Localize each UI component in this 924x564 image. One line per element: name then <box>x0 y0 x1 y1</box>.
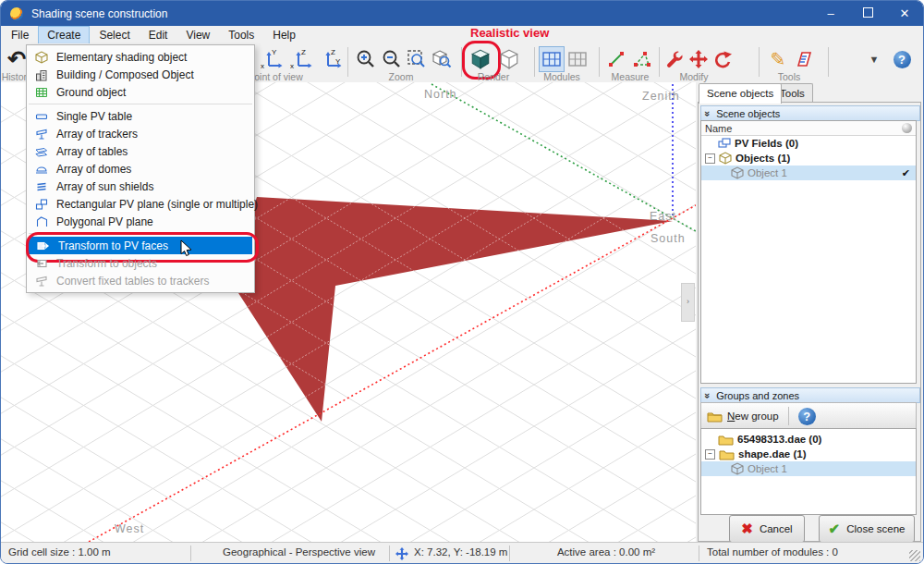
menu-select[interactable]: Select <box>91 27 138 43</box>
view-zy-button[interactable]: YZ <box>317 47 345 71</box>
folder-icon <box>719 448 735 460</box>
menu-tools[interactable]: Tools <box>220 27 262 43</box>
help-icon[interactable]: ? <box>798 408 816 425</box>
menu-item-transform-to-pv-faces[interactable]: Transform to PV faces <box>29 237 252 254</box>
close-button[interactable]: ✕ <box>886 1 923 26</box>
menu-item-ground-object[interactable]: Ground object <box>27 83 254 101</box>
coordinates-status: X: 7.32, Y: -18.19 m <box>414 546 507 558</box>
gold-cube-icon <box>27 51 56 64</box>
measure-distance-button[interactable] <box>604 47 628 71</box>
tree-row-objects[interactable]: − Objects (1) <box>701 151 916 166</box>
tree-row-pv-fields[interactable]: PV Fields (0) <box>701 136 916 151</box>
modules-show-button[interactable] <box>540 47 564 71</box>
collapse-expander-icon[interactable]: − <box>705 153 715 164</box>
svg-text:Y: Y <box>272 49 277 56</box>
tree-row-group-object-1[interactable]: Object 1 <box>701 461 916 476</box>
app-logo-icon <box>10 7 23 20</box>
menu-item-building-composed-object[interactable]: Building / Composed Object <box>27 66 254 83</box>
scene-objects-section-header[interactable]: » Scene objects <box>700 105 920 121</box>
scene-objects-tree: Name PV Fields (0) − Objects (1) Object <box>700 120 917 384</box>
app-window: Shading scene construction – ✕ File Crea… <box>0 0 924 564</box>
svg-text:x: x <box>261 62 264 69</box>
menu-item-single-pv-table[interactable]: Single PV table <box>27 107 254 125</box>
window-title: Shading scene construction <box>31 7 167 20</box>
zoom-out-icon <box>382 49 402 69</box>
menu-edit[interactable]: Edit <box>140 27 176 43</box>
menu-help[interactable]: Help <box>264 27 304 43</box>
collapse-expander-icon[interactable]: − <box>705 449 715 460</box>
toolbar-help-button[interactable]: ? <box>890 47 914 71</box>
menu-item-array-of-trackers[interactable]: Array of trackers <box>27 125 254 142</box>
render-wireframe-button[interactable] <box>497 47 521 71</box>
zoom-all-button[interactable] <box>430 47 454 71</box>
modify-rotate-button[interactable] <box>711 47 735 71</box>
view-xy-button[interactable]: xY <box>258 47 286 71</box>
tree-row-group-dae-1[interactable]: 65498313.dae (0) <box>701 432 916 447</box>
visible-check-icon[interactable]: ✔ <box>902 167 910 179</box>
measure-area-button[interactable] <box>630 47 654 71</box>
panel-content-box: » Scene objects Name PV Fields (0) − Obj… <box>698 102 921 542</box>
rotate-arrow-icon <box>712 50 733 68</box>
modules-hide-button[interactable] <box>565 47 590 71</box>
tools-shapes-button[interactable] <box>792 47 816 71</box>
zoom-in-button[interactable] <box>354 47 378 71</box>
cancel-button[interactable]: ✖ Cancel <box>729 515 805 543</box>
panel-collapse-handle[interactable]: › <box>681 283 695 322</box>
tree-column-header[interactable]: Name <box>701 121 916 136</box>
shapes-stack-icon <box>794 50 814 68</box>
menu-item-elementary-shading-object[interactable]: Elementary shading object <box>27 48 254 66</box>
transform-right-icon <box>29 239 58 252</box>
view-xz-button[interactable]: xZ <box>287 47 315 71</box>
new-group-button[interactable]: New group <box>701 411 779 423</box>
tools-draw-button[interactable]: ✎ <box>766 47 790 71</box>
chevron-down-icon: ▼ <box>869 54 880 65</box>
tab-scene-objects[interactable]: Scene objects <box>699 83 782 104</box>
modify-edit-button[interactable] <box>663 47 687 71</box>
menu-view[interactable]: View <box>177 27 218 43</box>
toolbar-overflow-button[interactable]: ▼ <box>865 47 883 71</box>
rect-pv-plane-icon <box>27 198 56 211</box>
tables-icon <box>27 145 56 158</box>
minimize-button[interactable]: – <box>812 1 849 26</box>
mouse-cursor <box>180 239 192 257</box>
tree-row-object-1[interactable]: Object 1 ✔ <box>701 166 916 180</box>
menu-item-polygonal-pv-plane[interactable]: Polygonal PV plane <box>27 213 254 230</box>
menu-file[interactable]: File <box>3 27 37 43</box>
svg-text:Z: Z <box>331 49 335 56</box>
svg-text:Y: Y <box>335 57 341 66</box>
maximize-button[interactable] <box>849 1 886 26</box>
menu-item-rectangular-pv-plane[interactable]: Rectangular PV plane (single or multiple… <box>27 195 254 213</box>
right-panel: Scene objects Tools » Scene objects Name… <box>696 82 923 542</box>
domes-icon <box>27 163 56 176</box>
toolbar-section-modify: Modify <box>652 71 736 82</box>
toolbar-separator <box>788 407 789 425</box>
menu-item-array-of-sun-shields[interactable]: Array of sun shields <box>27 178 254 195</box>
pv-fields-icon <box>718 138 731 149</box>
menu-item-array-of-tables[interactable]: Array of tables <box>27 142 254 160</box>
render-wireframe-cube-icon <box>498 48 520 70</box>
collapse-chevron-icon: » <box>702 110 713 116</box>
zoom-all-icon <box>432 49 452 69</box>
resize-grip[interactable] <box>909 550 920 561</box>
menu-item-convert-fixed-tables: Convert fixed tables to trackers <box>27 272 254 289</box>
tree-row-group-dae-2[interactable]: − shape.dae (1) <box>701 447 916 461</box>
toolbar-section-tools: Tools <box>748 71 831 82</box>
building-icon <box>27 68 56 81</box>
transform-left-icon <box>27 257 56 270</box>
groups-zones-section-header[interactable]: » Groups and zones <box>700 387 920 403</box>
zoom-in-icon <box>356 49 376 69</box>
menu-item-array-of-domes[interactable]: Array of domes <box>27 160 254 178</box>
render-realistic-button[interactable] <box>468 47 492 71</box>
axis-xz-icon: xZ <box>290 49 312 69</box>
menu-separator <box>29 104 252 104</box>
groups-toolbar: New group ? <box>700 402 917 430</box>
axis-xy-icon: xY <box>261 49 283 69</box>
modify-move-button[interactable] <box>687 47 711 71</box>
gray-cube-icon <box>731 166 744 179</box>
zoom-window-button[interactable] <box>405 47 429 71</box>
move-arrows-icon <box>689 50 708 68</box>
menu-create[interactable]: Create <box>39 27 89 43</box>
total-modules-status: Total number of modules : 0 <box>707 546 838 558</box>
zoom-out-button[interactable] <box>380 47 404 71</box>
close-scene-button[interactable]: ✔ Close scene <box>819 515 915 543</box>
